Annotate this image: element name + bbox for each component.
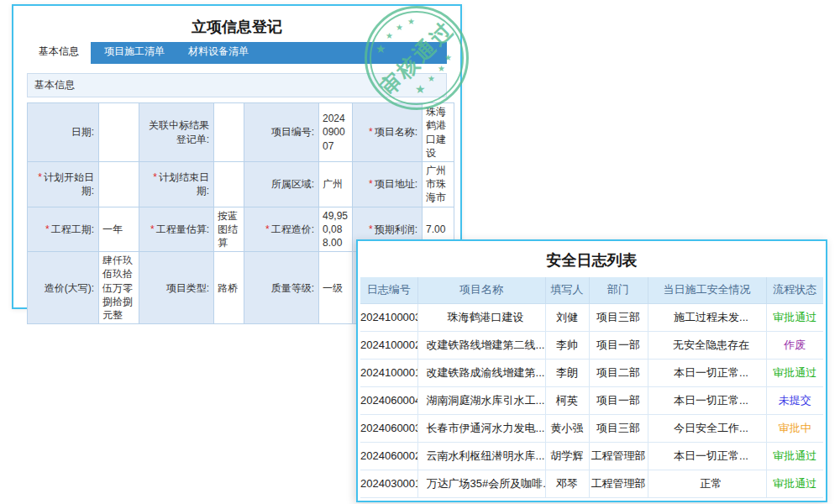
screen: 立项信息登记 基本信息 项目施工清单 材料设备清单 基本信息 日期: 关联中标结… (0, 0, 840, 504)
status-badge: 审批通过 (766, 442, 823, 470)
required-mark: * (45, 223, 50, 235)
field-label-project-address: *项目地址: (353, 162, 423, 207)
field-label-cost-in-words: 造价(大写): (28, 252, 99, 324)
column-header-writer: 填写人 (545, 277, 589, 303)
table-row: 2024100002 改建铁路线增建第二线... 李帅 项目一部 无安全隐患存在… (360, 331, 823, 359)
table-row: 2024060003 长春市伊通河水力发电... 黄小强 项目三部 今日安全工作… (360, 414, 823, 442)
safety-status-cell: 本日一切正常... (648, 386, 766, 414)
department-cell: 项目三部 (589, 414, 648, 442)
status-badge: 审批通过 (766, 359, 823, 386)
safety-status-cell: 本日一切正常... (648, 359, 766, 386)
field-value-duration: 一年 (99, 207, 139, 252)
log-no-link[interactable]: 2024100002 (360, 331, 417, 359)
column-header-project-name: 项目名称 (417, 277, 545, 303)
writer-link[interactable]: 刘健 (545, 303, 589, 331)
field-label-plan-end: *计划结束日期: (139, 162, 214, 207)
field-value-quality-grade: 一级 (319, 252, 353, 324)
tab-material-equipment-list[interactable]: 材料设备清单 (176, 39, 260, 64)
field-label-region: 所属区域: (244, 162, 319, 207)
column-header-department: 部门 (589, 277, 648, 303)
required-mark: * (153, 171, 157, 183)
status-badge: 审批中 (766, 414, 823, 442)
safety-log-panel: 安全日志列表 日志编号 项目名称 填写人 部门 当日施工安全情况 流程状态 20… (356, 239, 827, 502)
required-mark: * (369, 126, 373, 138)
writer-link[interactable]: 邓琴 (545, 470, 589, 497)
safety-log-table: 日志编号 项目名称 填写人 部门 当日施工安全情况 流程状态 202410000… (360, 277, 823, 498)
log-no-link[interactable]: 2024060004 (360, 386, 417, 414)
field-label-project-no: 项目编号: (244, 103, 319, 162)
project-name-link[interactable]: 改建铁路线增建第二线... (417, 331, 545, 359)
status-badge: 审批通过 (766, 303, 823, 331)
field-value-project-type: 路桥 (214, 252, 244, 324)
field-label-duration: *工程工期: (28, 207, 99, 252)
field-label-quality-grade: 质量等级: (244, 252, 319, 324)
table-row: 2024060002 云南水利枢纽潜明水库... 胡学辉 工程管理部 本日一切正… (360, 442, 823, 470)
department-cell: 工程管理部 (589, 470, 648, 497)
field-value-bid-result (214, 103, 244, 162)
field-value-project-no: 2024090007 (319, 103, 353, 162)
writer-link[interactable]: 黄小强 (545, 414, 589, 442)
log-no-link[interactable]: 2024060003 (360, 414, 417, 442)
form-row: 日期: 关联中标结果登记单: 项目编号: 2024090007 *项目名称: 珠… (28, 103, 454, 162)
table-header-row: 日志编号 项目名称 填写人 部门 当日施工安全情况 流程状态 (360, 277, 823, 303)
field-value-cost-in-words: 肆仟玖佰玖拾伍万零捌拾捌元整 (99, 252, 139, 324)
required-mark: * (150, 223, 155, 235)
project-name-link[interactable]: 改建铁路成渝线增建第... (417, 359, 545, 386)
writer-link[interactable]: 李朗 (545, 359, 589, 386)
safety-status-cell: 正常 (648, 470, 766, 497)
field-value-quantity-estimate: 按蓝图结算 (214, 207, 244, 252)
field-value-project-address: 广州市珠海市 (423, 162, 454, 207)
department-cell: 项目二部 (589, 359, 648, 386)
field-value-project-name: 珠海鹤港口建设 (423, 103, 454, 162)
field-label-project-type: 项目类型: (139, 252, 214, 324)
field-value-date (99, 103, 139, 162)
field-label-project-cost: *工程造价: (244, 207, 319, 252)
department-cell: 项目一部 (589, 331, 648, 359)
project-name-link[interactable]: 珠海鹤港口建设 (417, 303, 545, 331)
writer-link[interactable]: 柯英 (545, 386, 589, 414)
required-mark: * (265, 223, 270, 235)
table-row: 2024100001 改建铁路成渝线增建第... 李朗 项目二部 本日一切正常.… (360, 359, 823, 386)
field-label-quantity-estimate: *工程量估算: (139, 207, 214, 252)
required-mark: * (369, 223, 373, 235)
department-cell: 工程管理部 (589, 442, 648, 470)
department-cell: 项目一部 (589, 386, 648, 414)
writer-link[interactable]: 胡学辉 (545, 442, 589, 470)
status-badge: 审批通过 (766, 470, 823, 497)
field-label-plan-start: *计划开始日期: (28, 162, 99, 207)
field-value-plan-start (99, 162, 139, 207)
log-no-link[interactable]: 2024100001 (360, 359, 417, 386)
field-label-project-name: *项目名称: (353, 103, 423, 162)
project-name-link[interactable]: 云南水利枢纽潜明水库... (417, 442, 545, 470)
column-header-process-status: 流程状态 (766, 277, 823, 303)
required-mark: * (369, 178, 373, 190)
writer-link[interactable]: 李帅 (545, 331, 589, 359)
safety-status-cell: 施工过程未发... (648, 303, 766, 331)
department-cell: 项目三部 (589, 303, 648, 331)
page-title: 立项信息登记 (13, 6, 460, 42)
table-row: 2024030001 万达广场35#会所及咖啡... 邓琴 工程管理部 正常 审… (360, 470, 823, 497)
column-header-log-no: 日志编号 (360, 277, 417, 303)
tab-bar: 基本信息 项目施工清单 材料设备清单 (27, 42, 447, 64)
table-row: 2024100003 珠海鹤港口建设 刘健 项目三部 施工过程未发... 审批通… (360, 303, 823, 331)
section-header: 基本信息 (27, 73, 447, 97)
status-badge: 作废 (766, 331, 823, 359)
form-row: *计划开始日期: *计划结束日期: 所属区域: 广州 *项目地址: 广州市珠海市 (28, 162, 454, 207)
log-no-link[interactable]: 2024030001 (360, 470, 417, 497)
tab-basic-info[interactable]: 基本信息 (27, 39, 91, 64)
tab-construction-list[interactable]: 项目施工清单 (92, 39, 176, 64)
project-name-link[interactable]: 湖南洞庭湖水库引水工... (417, 386, 545, 414)
safety-status-cell: 无安全隐患存在 (648, 331, 766, 359)
project-name-link[interactable]: 万达广场35#会所及咖啡... (417, 470, 545, 497)
log-no-link[interactable]: 2024100003 (360, 303, 417, 331)
safety-status-cell: 今日安全工作... (648, 414, 766, 442)
column-header-safety-status: 当日施工安全情况 (648, 277, 766, 303)
status-badge: 未提交 (766, 386, 823, 414)
project-name-link[interactable]: 长春市伊通河水力发电... (417, 414, 545, 442)
safety-status-cell: 本日一切正常... (648, 442, 766, 470)
field-value-region: 广州 (319, 162, 353, 207)
safety-log-title: 安全日志列表 (358, 241, 826, 277)
field-label-date: 日期: (28, 103, 99, 162)
table-row: 2024060004 湖南洞庭湖水库引水工... 柯英 项目一部 本日一切正常.… (360, 386, 823, 414)
log-no-link[interactable]: 2024060002 (360, 442, 417, 470)
